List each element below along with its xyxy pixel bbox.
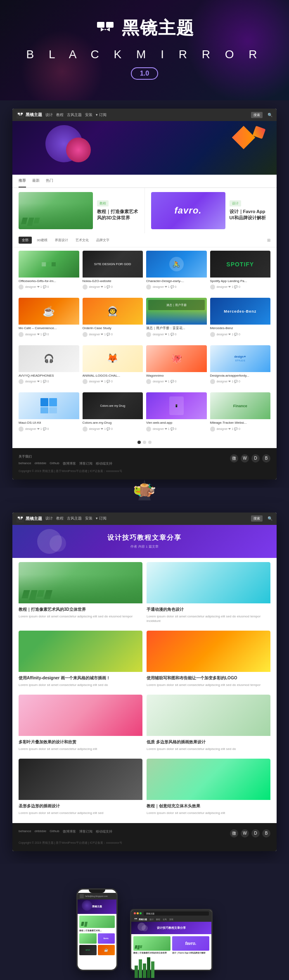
preview-screen-2: 黑镜主题 设计 教程 古风主题 安装 ▾ 订阅 搜索 🔍 设计技巧教程文章分享 …: [12, 513, 277, 851]
article-list-2col: 教程｜打造像素艺术风的3D立体世界 Lorem ipsum dolor sit …: [12, 558, 277, 823]
article-2col-8[interactable]: 🪵 教程｜创意结充立体木头效果 Lorem ipsum dolor sit am…: [147, 759, 270, 819]
hero-logo: 黑镜主题: [8, 17, 281, 40]
phone-url: hellodjblog.blogspot.com: [85, 895, 114, 897]
phone-notch: [89, 890, 105, 893]
article-2col-thumb-8: 🪵: [147, 759, 270, 800]
version-badge: 1.0: [131, 67, 158, 80]
svg-marker-2: [101, 28, 110, 31]
svg-rect-1: [106, 22, 114, 28]
tablet-hero-title: 设计技巧教程文章分享: [157, 926, 186, 930]
logo-icon: [95, 20, 116, 36]
phone-mockup: hellodjblog.blogspot.com 黑镜主题 教程｜打造像素艺术风…: [76, 888, 118, 971]
black-mirror-text: B L A C K M I R R O R: [8, 48, 281, 61]
phone-screen: hellodjblog.blogspot.com 黑镜主题 教程｜打造像素艺术风…: [78, 890, 116, 970]
hero-title: 黑镜主题: [122, 17, 194, 40]
svg-rect-0: [97, 22, 104, 28]
phone-article-title: 教程｜打造像素艺术风...: [79, 929, 115, 932]
phone-site-name: 黑镜主题: [92, 905, 102, 909]
